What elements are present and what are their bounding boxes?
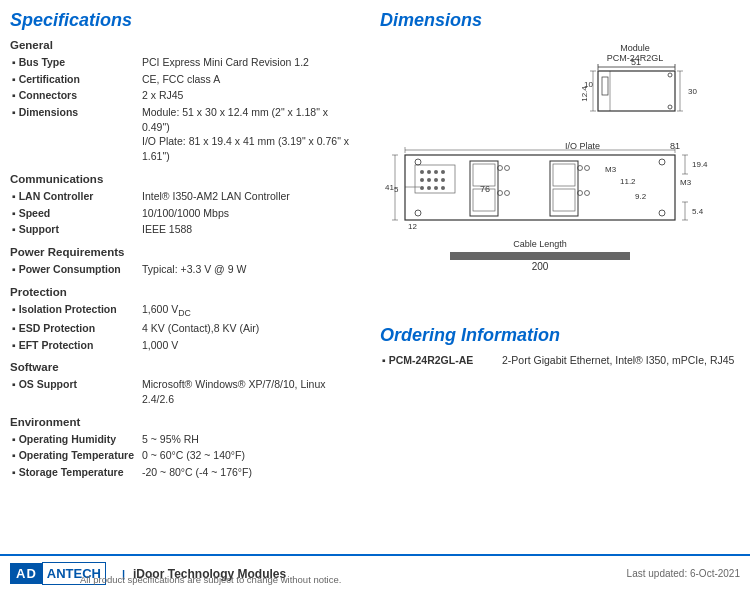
value-eft: 1,000 V: [140, 337, 360, 354]
svg-point-44: [427, 186, 431, 190]
table-row: PCM-24R2GL-AE 2-Port Gigabit Ethernet, I…: [380, 352, 740, 369]
value-op-temp: 0 ~ 60°C (32 ~ 140°F): [140, 447, 360, 464]
svg-rect-54: [550, 161, 578, 216]
svg-rect-48: [473, 164, 495, 186]
svg-point-8: [668, 105, 672, 109]
svg-point-46: [441, 186, 445, 190]
label-bus-type: Bus Type: [10, 54, 140, 71]
svg-rect-56: [553, 189, 575, 211]
label-esd: ESD Protection: [10, 320, 140, 337]
value-bus-type: PCI Express Mini Card Revision 1.2: [140, 54, 360, 71]
table-row: Speed 10/100/1000 Mbps: [10, 205, 360, 222]
svg-text:11.2: 11.2: [620, 177, 636, 186]
svg-point-53: [505, 191, 510, 196]
value-op-humidity: 5 ~ 95% RH: [140, 431, 360, 448]
software-table: OS Support Microsoft® Windows® XP/7/8/10…: [10, 376, 360, 407]
communications-table: LAN Controller Intel® I350-AM2 LAN Contr…: [10, 188, 360, 238]
label-isolation: Isolation Protection: [10, 301, 140, 320]
svg-point-42: [441, 178, 445, 182]
svg-point-40: [427, 178, 431, 182]
svg-point-61: [415, 159, 421, 165]
svg-point-39: [420, 178, 424, 182]
power-requirements-section-title: Power Requirements: [10, 246, 360, 258]
dimensions-diagram: Module PCM-24R2GL 51 12.4: [380, 37, 740, 309]
table-row: ESD Protection 4 KV (Contact),8 KV (Air): [10, 320, 360, 337]
table-row: Bus Type PCI Express Mini Card Revision …: [10, 54, 360, 71]
ordering-title: Ordering Information: [380, 325, 740, 346]
svg-text:51: 51: [631, 57, 641, 67]
svg-rect-78: [450, 252, 630, 260]
value-lan-controller: Intel® I350-AM2 LAN Controller: [140, 188, 360, 205]
label-lan-controller: LAN Controller: [10, 188, 140, 205]
label-op-humidity: Operating Humidity: [10, 431, 140, 448]
svg-point-41: [434, 178, 438, 182]
svg-point-36: [427, 170, 431, 174]
value-power-consumption: Typical: +3.3 V @ 9 W: [140, 261, 360, 278]
svg-text:Cable Length: Cable Length: [513, 239, 567, 249]
table-row: LAN Controller Intel® I350-AM2 LAN Contr…: [10, 188, 360, 205]
footer-note: All product specifications are subject t…: [80, 574, 341, 585]
svg-text:I/O Plate: I/O Plate: [565, 141, 600, 151]
label-storage-temp: Storage Temperature: [10, 464, 140, 481]
label-power-consumption: Power Consumption: [10, 261, 140, 278]
dimensions-title: Dimensions: [380, 10, 740, 31]
label-op-temp: Operating Temperature: [10, 447, 140, 464]
svg-text:41: 41: [385, 183, 394, 192]
svg-point-62: [415, 210, 421, 216]
svg-point-37: [434, 170, 438, 174]
ordering-description: 2-Port Gigabit Ethernet, Intel® I350, mP…: [500, 352, 740, 369]
value-dimensions: Module: 51 x 30 x 12.4 mm (2" x 1.18" x …: [140, 104, 360, 165]
protection-section-title: Protection: [10, 286, 360, 298]
svg-text:19.4: 19.4: [692, 160, 708, 169]
footer-date: Last updated: 6-Oct-2021: [627, 568, 740, 579]
label-support: Support: [10, 221, 140, 238]
svg-text:Module: Module: [620, 43, 650, 53]
svg-point-38: [441, 170, 445, 174]
ordering-table: PCM-24R2GL-AE 2-Port Gigabit Ethernet, I…: [380, 352, 740, 369]
svg-point-60: [585, 191, 590, 196]
value-isolation: 1,600 VDC: [140, 301, 360, 320]
table-row: Operating Humidity 5 ~ 95% RH: [10, 431, 360, 448]
ordering-section: Ordering Information PCM-24R2GL-AE 2-Por…: [380, 325, 740, 369]
dimensions-svg: Module PCM-24R2GL 51 12.4: [380, 37, 740, 307]
right-column: Dimensions Module PCM-24R2GL 51: [370, 10, 740, 481]
value-os-support: Microsoft® Windows® XP/7/8/10, Linux 2.4…: [140, 376, 360, 407]
general-section-title: General: [10, 39, 360, 51]
svg-rect-55: [553, 164, 575, 186]
svg-rect-6: [598, 71, 675, 111]
label-eft: EFT Protection: [10, 337, 140, 354]
svg-text:10: 10: [584, 80, 593, 89]
label-os-support: OS Support: [10, 376, 140, 407]
table-row: Connectors 2 x RJ45: [10, 87, 360, 104]
value-connectors: 2 x RJ45: [140, 87, 360, 104]
svg-point-52: [505, 166, 510, 171]
svg-point-63: [659, 159, 665, 165]
svg-point-35: [420, 170, 424, 174]
table-row: Power Consumption Typical: +3.3 V @ 9 W: [10, 261, 360, 278]
label-certification: Certification: [10, 71, 140, 88]
svg-rect-10: [602, 77, 608, 95]
svg-text:200: 200: [532, 261, 549, 272]
table-row: OS Support Microsoft® Windows® XP/7/8/10…: [10, 376, 360, 407]
svg-point-43: [420, 186, 424, 190]
svg-text:M3: M3: [680, 178, 692, 187]
svg-point-45: [434, 186, 438, 190]
table-row: Dimensions Module: 51 x 30 x 12.4 mm (2"…: [10, 104, 360, 165]
environment-section-title: Environment: [10, 416, 360, 428]
value-esd: 4 KV (Contact),8 KV (Air): [140, 320, 360, 337]
power-requirements-table: Power Consumption Typical: +3.3 V @ 9 W: [10, 261, 360, 278]
ordering-part-number: PCM-24R2GL-AE: [380, 352, 500, 369]
svg-text:5.4: 5.4: [692, 207, 704, 216]
environment-table: Operating Humidity 5 ~ 95% RH Operating …: [10, 431, 360, 481]
label-dimensions: Dimensions: [10, 104, 140, 165]
specifications-title: Specifications: [10, 10, 360, 31]
svg-text:9.2: 9.2: [635, 192, 647, 201]
table-row: Isolation Protection 1,600 VDC: [10, 301, 360, 320]
svg-text:M3: M3: [605, 165, 617, 174]
table-row: Operating Temperature 0 ~ 60°C (32 ~ 140…: [10, 447, 360, 464]
table-row: Support IEEE 1588: [10, 221, 360, 238]
table-row: EFT Protection 1,000 V: [10, 337, 360, 354]
value-certification: CE, FCC class A: [140, 71, 360, 88]
value-speed: 10/100/1000 Mbps: [140, 205, 360, 222]
svg-text:30: 30: [688, 87, 697, 96]
